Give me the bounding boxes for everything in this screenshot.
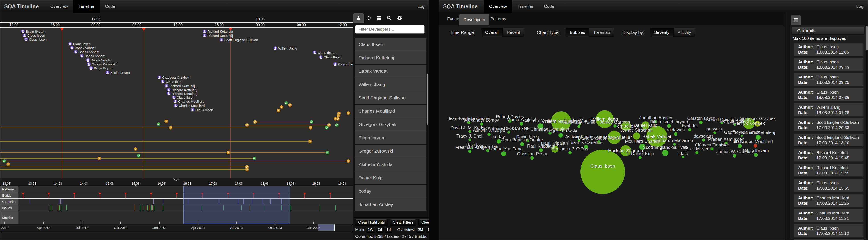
developer-bubble[interactable] [577,125,581,128]
issue-open-dot[interactable] [245,168,249,171]
commit-event[interactable]: Richard Kettelerij [167,88,197,92]
developer-bubble[interactable] [633,132,640,140]
developer-bubble[interactable] [695,151,699,154]
nav-item-timeline[interactable]: Timeline [512,0,538,13]
commit-event[interactable]: Claus Ibsen [319,55,341,59]
developer-list-item[interactable]: Gregor Zurowski [355,145,427,158]
developer-bubble[interactable] [497,139,501,143]
developer-bubble[interactable] [738,144,742,148]
issue-open-dot[interactable] [346,159,350,163]
tab-list[interactable] [374,13,384,23]
commit-event[interactable]: Claus Ibsen [24,38,46,41]
developer-bubble[interactable] [674,132,678,136]
log-button[interactable]: Log [413,0,429,13]
commits-panel-title[interactable]: Commits [792,27,864,35]
commit-event[interactable]: Richard Kettelerij [165,84,195,88]
commit-card[interactable]: Author:Richard Kettelerij [794,239,864,240]
clear-highlights-button[interactable]: Clear Highlights [355,219,388,226]
issue-open-dot[interactable] [280,105,283,109]
commit-event[interactable]: Richard Kettelerij [167,92,197,95]
commit-event[interactable]: Claus Ibsen [333,62,352,66]
commit-event[interactable]: Claus Ibsen [161,80,183,83]
band-selection-region[interactable] [183,186,290,224]
developer-bubble-chart[interactable]: Jean-Baptiste OnofréAlexander LomovRober… [439,25,785,240]
developer-bubble[interactable] [682,156,684,158]
commit-card[interactable]: Author:Charles MoulliardDate:17.03.2014 … [794,209,864,222]
commit-event[interactable]: Richard Kettelerij [203,34,233,37]
developer-bubble[interactable] [699,121,703,124]
global-date-axis[interactable]: 2012Apr 2012Jul 2012Oct 2012Jan 2013Apr … [0,221,352,232]
developer-bubble[interactable] [468,150,471,153]
developer-list-scrollbar[interactable] [427,74,428,125]
developer-bubble[interactable] [507,131,510,134]
issue-open-dot[interactable] [253,120,257,124]
developer-bubble[interactable] [568,151,571,154]
issue-open-dot[interactable] [134,147,137,151]
commit-card[interactable]: Author:Claus IbsenDate:18.03.2014 09:43 [794,58,864,71]
commit-event[interactable]: Scott England-Sullivan [220,38,258,41]
clear-filters-button[interactable]: Clear Filters [390,219,416,226]
commit-event[interactable]: Gregor Zurowski [87,62,116,66]
issue-open-dot[interactable] [309,126,312,130]
nav-item-overview[interactable]: Overview [484,0,512,13]
developer-list-item[interactable]: boday [355,185,427,198]
developer-bubble[interactable] [754,153,758,157]
commit-event[interactable]: Babak Vahdat [70,46,95,49]
developer-bubble[interactable] [639,156,642,159]
commit-event[interactable]: Bilgin Ibryam [106,71,130,74]
developer-bubble[interactable] [501,151,506,156]
commit-card[interactable]: Author:Claus IbsenDate:18.03.2014 07:36 [794,88,864,101]
commit-card[interactable]: Author:Charles MoulliardDate:17.03.2014 … [794,194,864,207]
developer-list-item[interactable]: Jonathan Anstey [355,198,427,211]
nav-item-code[interactable]: Code [100,0,120,13]
issue-open-dot[interactable] [288,103,292,107]
developer-bubble[interactable] [520,122,523,126]
commit-card[interactable]: Author:Claus IbsenDate:18.03.2014 09:25 [794,73,864,86]
main-range-3d[interactable]: 3d [376,227,384,233]
developer-list-item[interactable]: Scott England-Sullivan [355,91,427,104]
issue-resolved-dot[interactable] [137,154,141,158]
commit-card[interactable]: Author:Claus IbsenDate:17.03.2014 11:12 [794,224,864,237]
main-range-1d[interactable]: 1d [384,227,392,233]
commit-event[interactable]: Willem Jiang [274,46,297,50]
developer-bubble[interactable] [662,150,669,156]
developer-bubble[interactable] [753,144,757,147]
main-range-1w[interactable]: 1W [366,227,375,233]
issue-resolved-dot[interactable] [310,120,313,124]
developer-bubble[interactable] [688,128,691,131]
commits-scrollbar[interactable] [866,26,868,50]
overview-range-1m[interactable]: 1M [426,227,429,233]
nav-item-timeline[interactable]: Timeline [73,0,100,13]
commit-event[interactable]: Claus Ibsen [172,96,194,99]
commit-event[interactable]: Claus Ibsen [68,42,91,45]
commit-event[interactable]: Bilgin Ibryam [89,66,113,70]
issue-open-dot[interactable] [308,140,312,143]
developer-bubble[interactable] [558,133,563,138]
issue-resolved-dot[interactable] [253,157,256,160]
commit-event[interactable]: Babak Vahdat [86,58,112,62]
issue-open-dot[interactable] [164,119,168,123]
tab-settings[interactable] [394,13,405,23]
tab-patterns[interactable]: Patterns [486,13,510,25]
developer-list-item[interactable]: Claus Ibsen [355,38,427,51]
developer-list-item[interactable]: Akitoshi Yoshida [355,158,427,171]
timeline-plot[interactable]: Bilgin IbryamClaus IbsenClaus IbsenClaus… [0,28,352,178]
developer-bubble[interactable] [468,130,471,133]
commit-card[interactable]: Author:Willem JiangDate:18.03.2014 01:28 [794,103,864,116]
issue-open-dot[interactable] [336,117,340,121]
collapse-chevron[interactable] [172,178,181,181]
developer-bubble[interactable] [710,147,714,150]
overview-band[interactable]: 13.0313.0314.0314.0315.0315.0316.0316.03… [0,181,352,224]
commit-event[interactable]: Bilgin Ibryam [21,30,45,33]
issue-open-dot[interactable] [226,151,230,155]
issue-resolved-dot[interactable] [284,101,288,105]
tab-search[interactable] [384,13,394,23]
commit-event[interactable]: Babak Vahdat [74,50,99,54]
issue-open-dot[interactable] [97,157,101,160]
issue-resolved-dot[interactable] [325,126,329,130]
commit-event[interactable]: Claus Ibsen [191,108,213,111]
commit-card[interactable]: Author:Richard KettelerijDate:17.03.2014… [794,148,864,162]
nav-item-code[interactable]: Code [538,0,559,13]
developer-list-item[interactable]: Richard Kettelerij [355,52,427,64]
build-marker-triangle[interactable] [142,28,146,31]
